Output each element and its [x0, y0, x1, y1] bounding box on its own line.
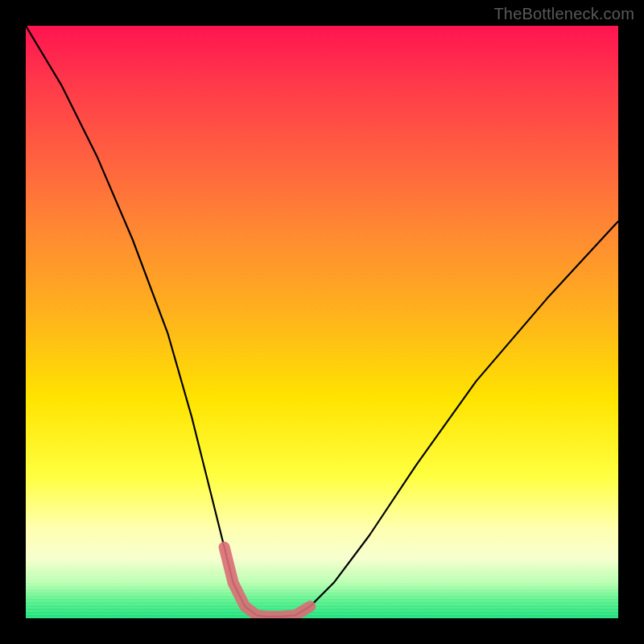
- plot-area: [26, 26, 618, 618]
- watermark: TheBottleneck.com: [493, 5, 634, 23]
- curve-overlay: [26, 26, 618, 618]
- optimal-zone-highlight: [225, 547, 311, 617]
- chart-frame: TheBottleneck.com: [0, 0, 644, 644]
- bottleneck-curve: [26, 26, 618, 617]
